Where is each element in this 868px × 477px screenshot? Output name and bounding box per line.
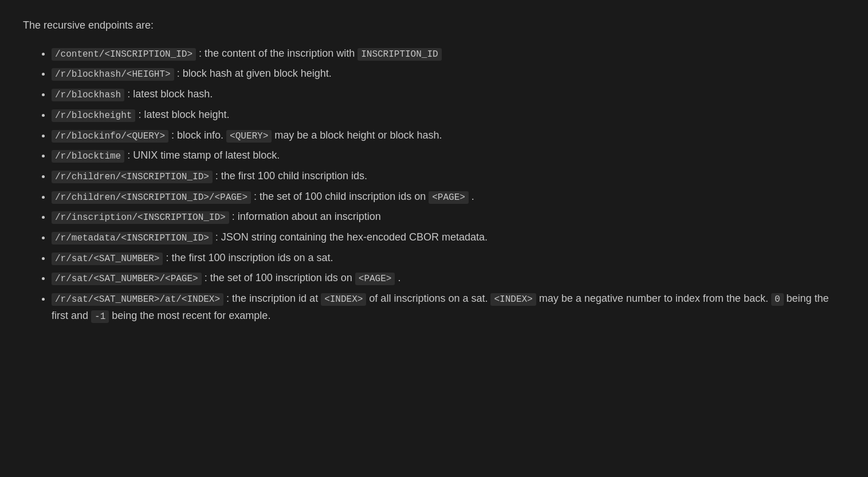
item-text: being the most recent for example. — [109, 310, 270, 321]
code-snippet: /r/inscription/<INSCRIPTION_ID> — [52, 211, 229, 224]
list-item-item-blockheight: /r/blockheight : latest block height. — [52, 107, 845, 124]
item-text: : UNIX time stamp of latest block. — [124, 149, 280, 161]
item-text: . — [395, 272, 400, 283]
item-text: : block hash at given block height. — [174, 68, 332, 79]
item-text: : the inscription id at — [223, 293, 321, 304]
code-snippet: /r/children/<INSCRIPTION_ID> — [52, 171, 213, 183]
code-snippet: /content/<INSCRIPTION_ID> — [52, 48, 196, 61]
list-item-item-content: /content/<INSCRIPTION_ID> : the content … — [52, 45, 845, 62]
code-snippet: /r/blockhash/<HEIGHT> — [52, 68, 174, 81]
code-snippet: <INDEX> — [321, 293, 366, 306]
code-snippet: INSCRIPTION_ID — [358, 48, 441, 61]
code-snippet: /r/sat/<SAT_NUMBER> — [52, 253, 163, 265]
item-text: : block info. — [168, 129, 226, 141]
item-text: : the first 100 inscription ids on a sat… — [163, 252, 333, 263]
intro-text: The recursive endpoints are: — [23, 17, 845, 34]
code-snippet: <QUERY> — [226, 130, 272, 143]
code-snippet: /r/blockhash — [52, 89, 124, 101]
list-item-item-children: /r/children/<INSCRIPTION_ID> : the first… — [52, 168, 845, 185]
item-text: : JSON string containing the hex-encoded… — [213, 231, 488, 243]
code-snippet: <INDEX> — [490, 293, 536, 306]
item-text: : the set of 100 inscription ids on — [202, 272, 355, 283]
list-item-item-children-page: /r/children/<INSCRIPTION_ID>/<PAGE> : th… — [52, 188, 845, 206]
item-text: : latest block hash. — [124, 88, 213, 100]
list-item-item-blockhash: /r/blockhash : latest block hash. — [52, 86, 845, 103]
code-snippet: /r/blockheight — [52, 109, 135, 122]
item-text: of all inscriptions on a sat. — [366, 293, 490, 304]
item-text: may be a block height or block hash. — [272, 129, 442, 141]
list-item-item-blockhash-height: /r/blockhash/<HEIGHT> : block hash at gi… — [52, 65, 845, 82]
code-snippet: /r/metadata/<INSCRIPTION_ID> — [52, 232, 213, 245]
code-snippet: /r/blockinfo/<QUERY> — [52, 130, 168, 143]
code-snippet: <PAGE> — [355, 273, 395, 285]
item-text: : the set of 100 child inscription ids o… — [251, 191, 429, 202]
endpoints-list: /content/<INSCRIPTION_ID> : the content … — [23, 45, 845, 325]
code-snippet: 0 — [771, 293, 784, 306]
code-snippet: /r/sat/<SAT_NUMBER>/at/<INDEX> — [52, 293, 223, 306]
item-text: : the first 100 child inscription ids. — [213, 170, 367, 182]
item-text: may be a negative number to index from t… — [536, 293, 771, 304]
item-text: : information about an inscription — [229, 211, 381, 222]
list-item-item-metadata: /r/metadata/<INSCRIPTION_ID> : JSON stri… — [52, 229, 845, 246]
code-snippet: /r/blocktime — [52, 150, 124, 163]
list-item-item-blockinfo: /r/blockinfo/<QUERY> : block info. <QUER… — [52, 127, 845, 144]
list-item-item-sat: /r/sat/<SAT_NUMBER> : the first 100 insc… — [52, 250, 845, 267]
code-snippet: /r/sat/<SAT_NUMBER>/<PAGE> — [52, 273, 202, 285]
code-snippet: /r/children/<INSCRIPTION_ID>/<PAGE> — [52, 191, 251, 204]
code-snippet: -1 — [91, 310, 109, 323]
list-item-item-blocktime: /r/blocktime : UNIX time stamp of latest… — [52, 147, 845, 164]
list-item-item-inscription: /r/inscription/<INSCRIPTION_ID> : inform… — [52, 208, 845, 226]
list-item-item-sat-page: /r/sat/<SAT_NUMBER>/<PAGE> : the set of … — [52, 270, 845, 287]
item-text: : the content of the inscription with — [196, 48, 358, 59]
code-snippet: <PAGE> — [429, 191, 469, 204]
item-text: : latest block height. — [135, 109, 229, 120]
list-item-item-sat-at-index: /r/sat/<SAT_NUMBER>/at/<INDEX> : the ins… — [52, 290, 845, 324]
item-text: . — [469, 191, 474, 202]
